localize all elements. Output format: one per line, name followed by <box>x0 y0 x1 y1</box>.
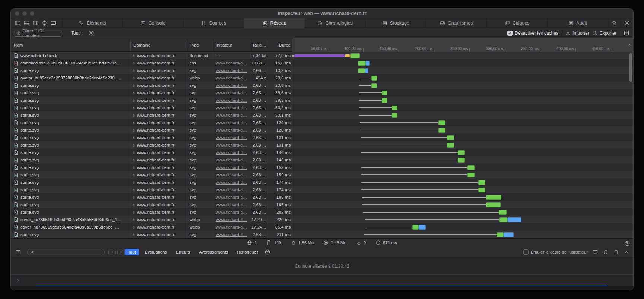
network-request-row[interactable]: cover_hu736519dc3b5040cfa48b6b559b6de6ec… <box>11 223 633 231</box>
request-name: sprite.svg <box>20 149 129 156</box>
network-request-row[interactable]: sprite.svgwww.richard-dern.frsvgwww.rich… <box>11 126 633 134</box>
network-request-row[interactable]: sprite.svgwww.richard-dern.frsvgwww.rich… <box>11 119 633 126</box>
request-name: sprite.svg <box>20 104 129 111</box>
tab-audit[interactable]: Audit <box>547 18 608 28</box>
dock-bottom-icon[interactable] <box>23 20 30 26</box>
tab-elements[interactable]: Éléments <box>62 18 123 28</box>
next-result-button[interactable] <box>117 249 125 255</box>
console-filter-historiques[interactable]: Historiques <box>234 249 261 255</box>
disable-caches-checkbox[interactable]: Désactiver les caches <box>507 31 558 36</box>
network-request-row[interactable]: sprite.svgwww.richard-dern.frsvgwww.rich… <box>11 201 633 208</box>
request-name: sprite.svg <box>20 208 129 216</box>
tab-sources[interactable]: Sources <box>183 18 244 28</box>
network-request-row[interactable]: sprite.svgwww.richard-dern.frsvgwww.rich… <box>11 134 633 141</box>
network-request-row[interactable]: sprite.svgwww.richard-dern.frsvgwww.rich… <box>11 104 633 111</box>
column-header-domaine[interactable]: Domaine <box>133 38 185 52</box>
request-type: svg <box>190 164 212 171</box>
column-header-dure[interactable]: Durée <box>269 38 291 52</box>
device-icon[interactable] <box>50 20 57 26</box>
help-button[interactable] <box>624 240 630 246</box>
previous-result-button[interactable] <box>108 249 116 255</box>
waterfall-segment-line <box>363 212 499 213</box>
console-filter-icon[interactable] <box>264 249 270 255</box>
request-domain: www.richard-dern.fr <box>132 52 185 59</box>
waterfall-segment-line <box>359 115 392 116</box>
column-divider <box>292 52 292 238</box>
waterfall-segment-green <box>486 202 501 207</box>
scope-dropdown[interactable]: Tout <box>71 30 85 37</box>
tab-layers[interactable]: Calques <box>486 18 547 28</box>
column-header-nom[interactable]: Nom <box>14 38 126 52</box>
network-request-row[interactable]: compiled.min.38390909f303624ed9e1cf1bd3f… <box>11 59 633 67</box>
tab-timelines[interactable]: Chronologies <box>305 18 365 28</box>
column-header-type[interactable]: Type <box>190 38 211 52</box>
request-domain: www.richard-dern.fr <box>132 231 185 238</box>
console-scope-icon[interactable] <box>15 249 21 255</box>
tab-graphics[interactable]: Graphismes <box>426 18 486 28</box>
console-filter-tout[interactable]: Tout <box>125 249 139 255</box>
network-request-row[interactable]: sprite.svgwww.richard-dern.frsvgwww.rich… <box>11 186 633 193</box>
tab-console[interactable]: Console <box>123 18 183 28</box>
tab-label: Stockage <box>390 21 409 26</box>
chevron-up-icon[interactable] <box>624 249 629 255</box>
network-request-row[interactable]: sprite.svgwww.richard-dern.frsvgwww.rich… <box>11 141 633 149</box>
column-divider[interactable] <box>251 40 251 50</box>
request-type: svg <box>190 89 212 97</box>
url-filter-input[interactable]: Filtrer l'URL complète <box>14 30 62 37</box>
reload-icon[interactable] <box>603 249 609 255</box>
bubble-icon[interactable] <box>592 249 598 255</box>
scroll-up-icon[interactable] <box>627 42 632 47</box>
network-request-row[interactable]: sprite.svgwww.richard-dern.frsvgwww.rich… <box>11 82 633 89</box>
network-request-row[interactable]: www.richard-dern.frwww.richard-dern.frdo… <box>11 52 633 59</box>
network-request-row[interactable]: sprite.svgwww.richard-dern.frsvgwww.rich… <box>11 156 633 164</box>
column-divider[interactable] <box>187 40 187 50</box>
console-filter-erreurs[interactable]: Erreurs <box>173 249 193 255</box>
network-request-row[interactable]: sprite.svgwww.richard-dern.frsvgwww.rich… <box>11 171 633 179</box>
weight-icon <box>291 240 296 245</box>
export-button[interactable]: Exporter <box>593 31 616 36</box>
network-request-row[interactable]: sprite.svgwww.richard-dern.frsvgwww.rich… <box>11 231 633 238</box>
column-divider[interactable] <box>130 40 131 50</box>
network-request-row[interactable]: sprite.svgwww.richard-dern.frsvgwww.rich… <box>11 179 633 186</box>
dock-left-icon[interactable] <box>15 20 21 26</box>
network-request-row[interactable]: sprite.svgwww.richard-dern.frsvgwww.rich… <box>11 111 633 119</box>
column-divider[interactable] <box>213 40 213 50</box>
console-prompt-row[interactable] <box>11 274 633 286</box>
import-button[interactable]: Importer <box>565 31 589 36</box>
trash-icon[interactable] <box>613 249 619 255</box>
settings-button[interactable] <box>621 18 633 28</box>
column-header-initiateur[interactable]: Initiateur <box>216 38 249 52</box>
tab-storage[interactable]: Stockage <box>365 18 426 28</box>
request-type: webp <box>190 223 212 231</box>
emulate-user-gesture-checkbox[interactable]: Émuler le geste de l'utilisateur <box>523 249 588 255</box>
column-divider[interactable] <box>268 40 268 50</box>
network-request-row[interactable]: sprite.svgwww.richard-dern.frsvgwww.rich… <box>11 89 633 97</box>
column-header-taille[interactable]: Taille… <box>252 38 266 52</box>
network-request-row[interactable]: cover_hu736519dc3b5040cfa48b6b559b6de6ec… <box>11 216 633 223</box>
waterfall-segment-line <box>359 78 371 78</box>
dock-right-icon[interactable] <box>32 20 39 26</box>
request-duration: 131 ms <box>257 141 291 149</box>
network-request-row[interactable]: sprite.svgwww.richard-dern.frsvgwww.rich… <box>11 164 633 171</box>
console-filter-avertissements[interactable]: Avertissements <box>196 249 231 255</box>
search-button[interactable] <box>608 18 621 28</box>
lock-icon <box>132 151 136 155</box>
console-filter-valuations[interactable]: Évaluations <box>142 249 170 255</box>
network-request-row[interactable]: sprite.svgwww.richard-dern.frsvgwww.rich… <box>11 67 633 74</box>
network-request-row[interactable]: avatar_hu85ecc3e298728880b0bde2dcc4e5c23… <box>11 74 633 82</box>
vertical-scrollbar[interactable] <box>629 53 632 82</box>
waterfall-segment-line <box>361 160 457 160</box>
network-request-row[interactable]: sprite.svgwww.richard-dern.frsvgwww.rich… <box>11 149 633 156</box>
tab-network[interactable]: Réseau <box>244 18 305 28</box>
type-filter-button[interactable] <box>88 30 94 36</box>
network-request-row[interactable]: sprite.svgwww.richard-dern.frsvgwww.rich… <box>11 208 633 216</box>
network-request-row[interactable]: sprite.svgwww.richard-dern.frsvgwww.rich… <box>11 193 633 201</box>
element-picker-icon[interactable] <box>41 20 48 26</box>
console-search-input[interactable] <box>27 249 105 255</box>
network-request-row[interactable]: sprite.svgwww.richard-dern.frsvgwww.rich… <box>11 97 633 104</box>
request-type: svg <box>190 67 212 74</box>
lock-icon <box>132 128 136 132</box>
request-type: document <box>190 52 212 59</box>
waterfall-segment-line <box>365 219 499 220</box>
clear-network-items-button[interactable] <box>624 30 629 36</box>
